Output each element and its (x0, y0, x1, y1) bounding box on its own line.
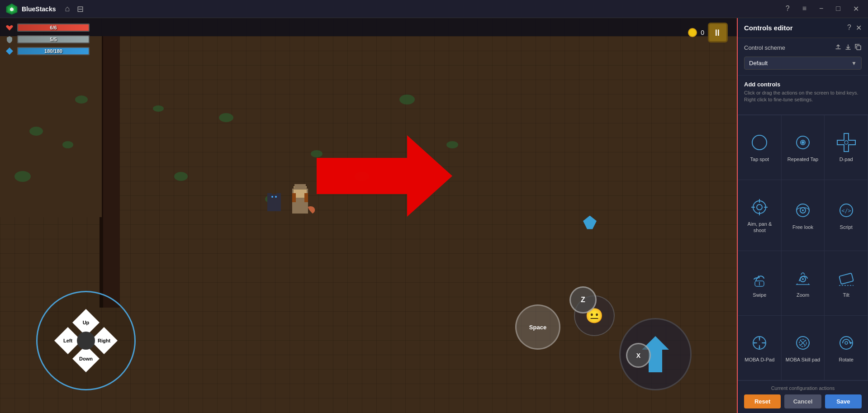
control-rotate[interactable]: Rotate (825, 316, 868, 380)
zoom-label: Zoom (797, 292, 809, 298)
control-repeated-tap[interactable]: Repeated Tap (782, 115, 825, 180)
x-button[interactable]: X (626, 343, 651, 368)
svg-marker-19 (6, 47, 13, 55)
maximize-button[interactable]: □ (832, 3, 844, 15)
svg-point-35 (752, 135, 767, 150)
health-text: 6/6 (18, 24, 89, 31)
control-moba-dpad[interactable]: MOBA D-Pad (738, 316, 781, 380)
panel-help-icon[interactable]: ? (847, 24, 851, 32)
tap-spot-label: Tap spot (750, 156, 769, 162)
dpad-down-label: Down (79, 356, 93, 361)
save-button[interactable]: Save (825, 394, 862, 408)
close-button[interactable]: ✕ (849, 3, 863, 15)
space-button[interactable]: Space (515, 304, 560, 350)
reset-button[interactable]: Reset (744, 394, 781, 408)
mana-bar-row: 5/5 (5, 34, 90, 44)
moba-dpad-icon (749, 333, 769, 353)
moba-dpad-label: MOBA D-Pad (745, 356, 774, 363)
controls-grid: Tap spot Repeated Tap (738, 115, 868, 380)
menu-button[interactable]: ≡ (799, 3, 810, 15)
panel-title: Controls editor (744, 24, 793, 32)
dpad-circle: Up Down Left Right (36, 291, 136, 390)
free-look-label: Free look (792, 224, 813, 230)
home-icon[interactable]: ⌂ (65, 4, 70, 14)
script-label: Script (840, 224, 853, 230)
rotate-icon (836, 333, 856, 353)
minimize-button[interactable]: − (816, 3, 827, 15)
dpad-control: Up Down Left Right (36, 291, 136, 390)
tilt-icon (836, 268, 856, 288)
upload-scheme-icon[interactable] (835, 43, 842, 52)
scheme-value: Default (749, 60, 768, 66)
dpad-up-label: Up (83, 320, 90, 325)
dpad-left-label: Left (63, 338, 72, 343)
control-zoom[interactable]: Zoom (782, 251, 825, 315)
app-name: BlueStacks (22, 5, 56, 13)
dpad-right-label: Right (98, 338, 110, 343)
scheme-row: Control scheme (744, 43, 862, 52)
cancel-button[interactable]: Cancel (784, 394, 821, 408)
bluestacks-logo (5, 3, 18, 15)
svg-point-38 (802, 142, 804, 143)
moba-skill-pad-label: MOBA Skill pad (786, 356, 820, 363)
title-bar: BlueStacks ⌂ ⊟ ? ≡ − □ ✕ (0, 0, 868, 18)
svg-text:</>: </> (841, 208, 851, 214)
svg-rect-55 (839, 273, 854, 285)
scheme-dropdown[interactable]: Default ▼ (744, 57, 862, 70)
repeated-tap-icon (793, 133, 813, 152)
diamond-icon (5, 46, 14, 56)
control-swipe[interactable]: Swipe (738, 251, 781, 315)
window-controls: ? ≡ − □ ✕ (782, 3, 863, 15)
mana-bar: 5/5 (17, 35, 90, 43)
game-hud: 6/6 5/5 (5, 23, 90, 56)
control-aim-pan-shoot[interactable]: Aim, pan & shoot (738, 180, 781, 251)
help-button[interactable]: ? (782, 3, 793, 15)
tilt-label: Tilt (843, 292, 849, 298)
dpad-center (77, 332, 95, 350)
footer-buttons: Reset Cancel Save (744, 394, 862, 408)
svg-rect-34 (857, 46, 861, 50)
control-tap-spot[interactable]: Tap spot (738, 115, 781, 180)
swipe-icon (749, 268, 769, 288)
pause-button[interactable]: ⏸ (708, 23, 728, 43)
main-content: 6/6 5/5 (0, 18, 868, 413)
control-dpad[interactable]: D-pad (825, 115, 868, 180)
svg-point-48 (802, 209, 804, 211)
health-bar-row: 6/6 (5, 23, 90, 33)
add-controls-title: Add controls (744, 81, 862, 88)
tap-spot-icon (749, 133, 769, 152)
zoom-icon (793, 268, 813, 288)
windows-icon[interactable]: ⊟ (77, 4, 84, 14)
panel-close-icon[interactable]: ✕ (856, 24, 862, 32)
aim-pan-shoot-label: Aim, pan & shoot (742, 221, 778, 234)
svg-point-39 (844, 141, 848, 144)
svg-point-40 (753, 201, 766, 214)
panel-footer: Current configuration actions Reset Canc… (738, 380, 868, 413)
dpad-cross: Up Down Left Right (57, 311, 115, 370)
svg-point-54 (802, 278, 804, 280)
health-bar: 6/6 (17, 24, 90, 32)
nav-icons: ⌂ ⊟ (65, 4, 84, 14)
rotate-label: Rotate (839, 356, 853, 363)
stamina-bar: 180/180 (17, 47, 90, 55)
add-controls-section: Add controls Click or drag the actions o… (738, 76, 868, 115)
z-button[interactable]: Z (569, 286, 597, 313)
aim-icon (749, 197, 769, 217)
copy-scheme-icon[interactable] (854, 43, 862, 52)
config-text: Current configuration actions (744, 385, 862, 391)
download-scheme-icon[interactable] (844, 43, 852, 52)
scheme-action-icons (835, 43, 862, 52)
scheme-label: Control scheme (744, 44, 831, 51)
control-script[interactable]: </> Script (825, 180, 868, 251)
game-area: 6/6 5/5 (0, 18, 737, 413)
control-tilt[interactable]: Tilt (825, 251, 868, 315)
dropdown-arrow-icon: ▼ (851, 60, 857, 66)
dpad-label: D-pad (840, 156, 853, 162)
control-free-look[interactable]: Free look (782, 180, 825, 251)
panel-header-icons: ? ✕ (847, 24, 862, 32)
control-moba-skill-pad[interactable]: MOBA Skill pad (782, 316, 825, 380)
add-controls-desc: Click or drag the actions on the screen … (744, 90, 862, 104)
stamina-bar-row: 180/180 (5, 46, 90, 56)
repeated-tap-label: Repeated Tap (787, 156, 818, 162)
heart-icon (5, 23, 14, 33)
